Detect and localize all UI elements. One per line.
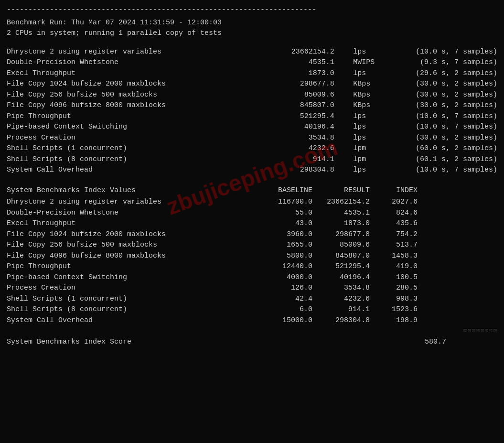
index-row-name: System Call Overhead (7, 315, 255, 326)
col-baseline-label: BASELINE (255, 185, 312, 196)
result-unit: lps (351, 111, 385, 122)
index-row-index: 513.7 (370, 240, 418, 251)
index-row-name: Execl Throughput (7, 218, 255, 229)
result-unit: lps (351, 165, 385, 176)
result-value: 3534.8 (272, 133, 334, 144)
result-unit: KBps (351, 90, 385, 101)
index-header: System Benchmarks Index Values BASELINE … (7, 185, 497, 196)
index-row-baseline: 4000.0 (255, 272, 312, 283)
result-row: System Call Overhead 298304.8 lps (10.0 … (7, 165, 497, 176)
index-row-baseline: 1655.0 (255, 240, 312, 251)
result-name: System Call Overhead (7, 165, 255, 176)
result-name: Pipe Throughput (7, 111, 255, 122)
score-row: System Benchmarks Index Score 580.7 (7, 337, 497, 348)
result-value: 298677.8 (272, 79, 334, 90)
result-meta: (30.0 s, 2 samples) (402, 90, 497, 101)
result-unit: lps (351, 122, 385, 133)
result-name: File Copy 256 bufsize 500 maxblocks (7, 90, 255, 101)
index-row-result: 4232.6 (312, 294, 370, 305)
index-row-name: Process Creation (7, 283, 255, 294)
index-row: Process Creation 126.0 3534.8 280.5 (7, 283, 497, 294)
result-value: 40196.4 (272, 122, 334, 133)
result-row: File Copy 256 bufsize 500 maxblocks 8500… (7, 90, 497, 101)
result-name: Shell Scripts (1 concurrent) (7, 143, 255, 154)
index-row-baseline: 43.0 (255, 218, 312, 229)
result-value: 4232.6 (272, 143, 334, 154)
index-row-index: 998.3 (370, 294, 418, 305)
index-row-name: File Copy 256 bufsize 500 maxblocks (7, 240, 255, 251)
result-row: Shell Scripts (1 concurrent) 4232.6 lpm … (7, 143, 497, 154)
score-value: 580.7 (398, 337, 446, 348)
result-unit: lpm (351, 154, 385, 165)
index-row-name: Shell Scripts (8 concurrent) (7, 304, 255, 315)
result-value: 914.1 (272, 154, 334, 165)
result-unit: lpm (351, 143, 385, 154)
index-row-baseline: 5800.0 (255, 251, 312, 262)
index-row-name: Double-Precision Whetstone (7, 208, 255, 219)
index-row: File Copy 256 bufsize 500 maxblocks 1655… (7, 240, 497, 251)
index-row: Pipe Throughput 12440.0 521295.4 419.0 (7, 261, 497, 272)
index-row-baseline: 3960.0 (255, 229, 312, 240)
index-row: File Copy 4096 bufsize 8000 maxblocks 58… (7, 251, 497, 262)
result-meta: (30.0 s, 2 samples) (402, 100, 497, 111)
index-row-baseline: 55.0 (255, 208, 312, 219)
result-unit: KBps (351, 79, 385, 90)
index-row: Execl Throughput 43.0 1873.0 435.6 (7, 218, 497, 229)
index-row-index: 100.5 (370, 272, 418, 283)
result-meta: (10.0 s, 7 samples) (402, 122, 497, 133)
index-row-index: 754.2 (370, 229, 418, 240)
result-row: Pipe-based Context Switching 40196.4 lps… (7, 122, 497, 133)
index-row-result: 85009.6 (312, 240, 370, 251)
result-value: 845807.0 (272, 100, 334, 111)
result-value: 85009.6 (272, 90, 334, 101)
result-name: Shell Scripts (8 concurrent) (7, 154, 255, 165)
result-value: 23662154.2 (272, 47, 334, 58)
index-row-baseline: 12440.0 (255, 261, 312, 272)
index-row-result: 298304.8 (312, 315, 370, 326)
result-value: 4535.1 (272, 57, 334, 68)
index-row-name: Shell Scripts (1 concurrent) (7, 294, 255, 305)
result-value: 521295.4 (272, 111, 334, 122)
result-row: Process Creation 3534.8 lps (30.0 s, 2 s… (7, 133, 497, 144)
index-row-result: 1873.0 (312, 218, 370, 229)
score-label: System Benchmarks Index Score (7, 337, 398, 348)
index-row: Dhrystone 2 using register variables 116… (7, 197, 497, 208)
index-row: Double-Precision Whetstone 55.0 4535.1 8… (7, 208, 497, 219)
result-meta: (30.0 s, 2 samples) (402, 133, 497, 144)
index-row-result: 914.1 (312, 304, 370, 315)
result-meta: (10.0 s, 7 samples) (402, 47, 497, 58)
index-row-name: Dhrystone 2 using register variables (7, 197, 255, 208)
result-unit: KBps (351, 100, 385, 111)
index-row-result: 23662154.2 (312, 197, 370, 208)
result-row: Pipe Throughput 521295.4 lps (10.0 s, 7 … (7, 111, 497, 122)
result-meta: (29.6 s, 2 samples) (402, 68, 497, 79)
header-section: Benchmark Run: Thu Mar 07 2024 11:31:59 … (7, 18, 497, 39)
result-meta: (60.0 s, 2 samples) (402, 143, 497, 154)
result-row: File Copy 4096 bufsize 8000 maxblocks 84… (7, 100, 497, 111)
col-index-label: INDEX (370, 185, 418, 196)
result-meta: (9.3 s, 7 samples) (402, 57, 497, 68)
benchmark-run-label: Benchmark Run: Thu Mar 07 2024 11:31:59 … (7, 18, 497, 29)
result-name: File Copy 1024 bufsize 2000 maxblocks (7, 79, 255, 90)
index-row-index: 419.0 (370, 261, 418, 272)
index-row-result: 298677.8 (312, 229, 370, 240)
result-name: Double-Precision Whetstone (7, 57, 255, 68)
index-row-baseline: 6.0 (255, 304, 312, 315)
index-title: System Benchmarks Index Values (7, 185, 255, 196)
index-row-result: 4535.1 (312, 208, 370, 219)
result-unit: lps (351, 47, 385, 58)
separator-line: ----------------------------------------… (7, 5, 497, 16)
index-row-baseline: 42.4 (255, 294, 312, 305)
index-row-name: File Copy 4096 bufsize 8000 maxblocks (7, 251, 255, 262)
result-row: File Copy 1024 bufsize 2000 maxblocks 29… (7, 79, 497, 90)
index-row-result: 521295.4 (312, 261, 370, 272)
index-row-index: 1523.6 (370, 304, 418, 315)
equals-separator: ======== (7, 326, 497, 337)
index-row: System Call Overhead 15000.0 298304.8 19… (7, 315, 497, 326)
index-row-baseline: 116700.0 (255, 197, 312, 208)
index-row-index: 1458.3 (370, 251, 418, 262)
result-row: Dhrystone 2 using register variables 236… (7, 47, 497, 58)
result-value: 1873.0 (272, 68, 334, 79)
index-row: Shell Scripts (1 concurrent) 42.4 4232.6… (7, 294, 497, 305)
col-result-label: RESULT (312, 185, 370, 196)
